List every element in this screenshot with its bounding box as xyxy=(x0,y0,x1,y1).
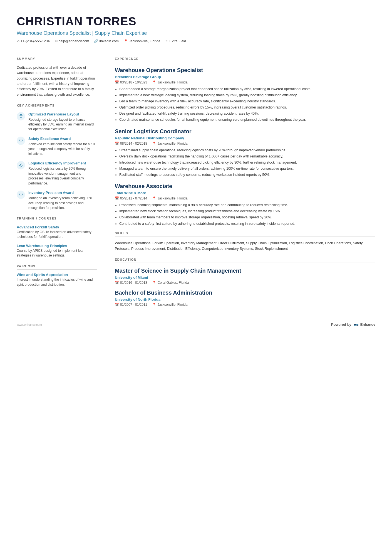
exp-loc-2: 📍 Jacksonville, Florida xyxy=(152,141,187,146)
edu-item-1: Master of Science in Supply Chain Manage… xyxy=(115,267,375,285)
achievement-item-3: Logistics Efficiency Improvement Reduced… xyxy=(17,161,97,186)
achievement-item-4: Inventory Precision Award Managed an inv… xyxy=(17,190,97,210)
edu-meta-2: 📅 01/2007 - 01/2011 📍 Jacksonville, Flor… xyxy=(115,302,375,307)
edu-date-1: 📅 01/2016 - 01/2018 xyxy=(115,280,147,285)
extra-value: Extra Field xyxy=(169,39,186,44)
calendar-edu-icon-2: 📅 xyxy=(115,302,119,307)
bullet-2-5: Facilitated staff meetings to address sa… xyxy=(119,172,375,177)
candidate-name: CHRISTIAN TORRES xyxy=(17,13,375,30)
exp-date-1: 📅 03/2018 - 10/2023 xyxy=(115,80,147,85)
footer-brand: Powered by Enhancv xyxy=(331,322,375,327)
svg-line-12 xyxy=(22,196,22,196)
passion-item-1: Wine and Spirits Appreciation Interest i… xyxy=(17,272,97,287)
svg-marker-8 xyxy=(19,164,22,167)
exp-meta-1: 📅 03/2018 - 10/2023 📍 Jacksonville, Flor… xyxy=(115,80,375,85)
exp-bullets-1: Spearheaded a storage reorganization pro… xyxy=(115,87,375,122)
linkedin-icon: 🔗 xyxy=(94,39,98,44)
enhancv-label: Enhancv xyxy=(360,322,375,327)
training-title-2: Lean Warehousing Principles xyxy=(17,243,97,248)
exp-company-1: Breakthru Beverage Group xyxy=(115,75,375,80)
contact-row: ✆ +1-(234)-555-1234 ✉ help@enhancv.com 🔗… xyxy=(17,39,375,44)
location-icon: 📍 xyxy=(124,39,128,44)
footer-website: www.enhancv.com xyxy=(17,323,42,327)
svg-line-2 xyxy=(20,139,20,140)
bullet-2-3: Introduced new warehouse technology that… xyxy=(119,160,375,165)
enhancv-logo-icon xyxy=(353,323,359,327)
exp-item-2: Senior Logistics Coordinator Republic Na… xyxy=(115,127,375,177)
location-icon-2: 📍 xyxy=(152,141,156,146)
education-label: EDUCATION xyxy=(115,258,375,263)
svg-line-11 xyxy=(20,194,20,194)
bullet-1-3: Led a team to manage inventory with a 98… xyxy=(119,99,375,104)
svg-line-7 xyxy=(22,139,22,140)
exp-loc-1: 📍 Jacksonville, Florida xyxy=(152,80,187,85)
candidate-title: Warehouse Operations Specialist | Supply… xyxy=(17,30,375,37)
bullet-1-5: Designed and facilitated forklift safety… xyxy=(119,111,375,116)
exp-title-3: Warehouse Associate xyxy=(115,182,375,190)
header-divider xyxy=(17,49,375,49)
training-label: TRAINING / COURSES xyxy=(17,216,97,222)
exp-meta-3: 📅 05/2011 - 07/2014 📍 Jacksonville, Flor… xyxy=(115,196,375,201)
exp-company-3: Total Wine & More xyxy=(115,191,375,196)
linkedin-value: linkedin.com xyxy=(99,39,118,44)
contact-phone: ✆ +1-(234)-555-1234 xyxy=(17,39,50,44)
exp-date-3: 📅 05/2011 - 07/2014 xyxy=(115,196,147,201)
phone-icon: ✆ xyxy=(17,39,19,44)
exp-title-2: Senior Logistics Coordinator xyxy=(115,127,375,135)
bullet-3-4: Contributed to a safety-first culture by… xyxy=(119,221,375,226)
contact-location: 📍 Jacksonville, Florida xyxy=(124,39,160,44)
location-edu-icon-2: 📍 xyxy=(152,302,156,307)
edu-school-1: University of Miami xyxy=(115,275,375,280)
star-icon: ☆ xyxy=(165,39,168,44)
achievement-text-2: Safety Excellence Award Achieved zero in… xyxy=(28,136,97,156)
powered-by-label: Powered by xyxy=(331,322,351,327)
location-icon-3: 📍 xyxy=(152,196,156,201)
edu-item-2: Bachelor of Business Administration Univ… xyxy=(115,289,375,307)
bullet-1-6: Coordinated maintenance schedules for al… xyxy=(119,117,375,122)
bullet-3-3: Collaborated with team members to improv… xyxy=(119,215,375,220)
achievement-icon-2 xyxy=(17,137,25,145)
achievement-icon-1 xyxy=(17,112,25,120)
exp-bullets-2: Streamlined supply chain operations, red… xyxy=(115,148,375,177)
training-item-1: Advanced Forklift Safety Certification b… xyxy=(17,225,97,240)
skills-text: Warehouse Operations, Forklift Operation… xyxy=(115,240,375,251)
bullet-3-1: Processed incoming shipments, maintainin… xyxy=(119,203,375,208)
achievement-text-3: Logistics Efficiency Improvement Reduced… xyxy=(28,161,97,186)
left-column: SUMMARY Dedicated professional with over… xyxy=(17,52,106,311)
summary-text: Dedicated professional with over a decad… xyxy=(17,65,97,97)
skills-label: SKILLS xyxy=(115,231,375,236)
email-icon: ✉ xyxy=(55,39,58,44)
contact-extra: ☆ Extra Field xyxy=(165,39,186,44)
edu-loc-1: 📍 Coral Gables, Florida xyxy=(152,280,189,285)
training-desc-2: Course by APICS designed to implement le… xyxy=(17,248,97,258)
achievement-item-1: Optimized Warehouse Layout Redesigned st… xyxy=(17,112,97,132)
calendar-edu-icon-1: 📅 xyxy=(115,280,119,285)
achievement-text-4: Inventory Precision Award Managed an inv… xyxy=(28,190,97,210)
exp-date-2: 📅 08/2014 - 02/2018 xyxy=(115,141,147,146)
bullet-1-1: Spearheaded a storage reorganization pro… xyxy=(119,87,375,92)
resume-page: CHRISTIAN TORRES Warehouse Operations Sp… xyxy=(0,0,392,555)
contact-linkedin: 🔗 linkedin.com xyxy=(94,39,118,44)
summary-label: SUMMARY xyxy=(17,57,97,62)
svg-line-15 xyxy=(20,196,20,196)
exp-meta-2: 📅 08/2014 - 02/2018 📍 Jacksonville, Flor… xyxy=(115,141,375,146)
contact-email: ✉ help@enhancv.com xyxy=(55,39,89,44)
bullet-1-2: Implemented a new strategic loading syst… xyxy=(119,93,375,98)
location-edu-icon-1: 📍 xyxy=(152,280,156,285)
achievement-item-2: Safety Excellence Award Achieved zero in… xyxy=(17,136,97,156)
edu-meta-1: 📅 01/2016 - 01/2018 📍 Coral Gables, Flor… xyxy=(115,280,375,285)
bullet-2-1: Streamlined supply chain operations, red… xyxy=(119,148,375,153)
training-item-2: Lean Warehousing Principles Course by AP… xyxy=(17,243,97,258)
phone-value: +1-(234)-555-1234 xyxy=(21,39,50,44)
exp-bullets-3: Processed incoming shipments, maintainin… xyxy=(115,203,375,226)
experience-label: EXPERIENCE xyxy=(115,57,375,62)
achievement-icon-3 xyxy=(17,161,25,169)
passion-title-1: Wine and Spirits Appreciation xyxy=(17,272,97,277)
location-icon-1: 📍 xyxy=(152,80,156,85)
edu-degree-2: Bachelor of Business Administration xyxy=(115,289,375,297)
edu-school-2: University of North Florida xyxy=(115,297,375,302)
edu-degree-1: Master of Science in Supply Chain Manage… xyxy=(115,267,375,275)
svg-line-16 xyxy=(22,194,22,194)
passions-label: PASSIONS xyxy=(17,264,97,270)
edu-loc-2: 📍 Jacksonville, Florida xyxy=(152,302,187,307)
